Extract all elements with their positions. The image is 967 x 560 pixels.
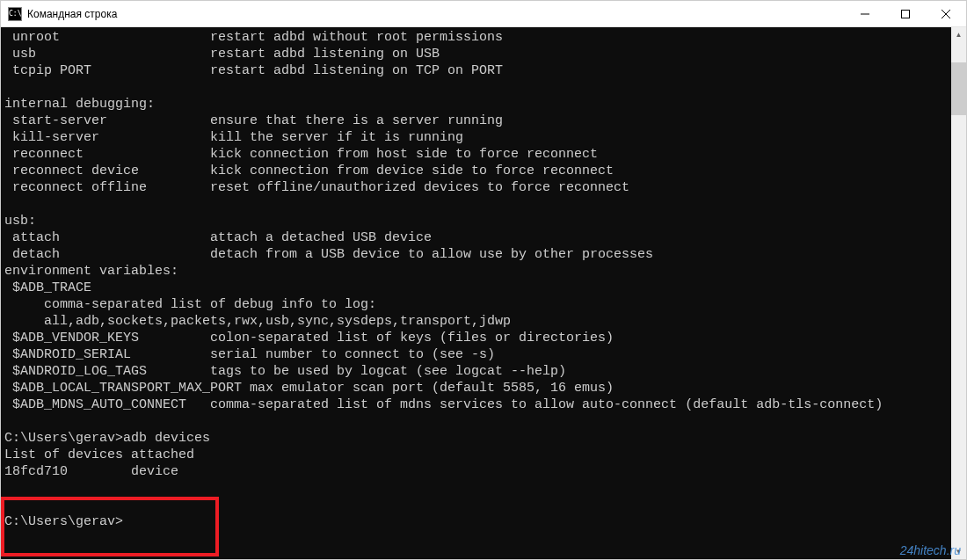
- close-button[interactable]: [926, 1, 966, 27]
- console-output: unroot restart adbd without root permiss…: [1, 27, 951, 559]
- minimize-button[interactable]: [845, 1, 885, 27]
- command-prompt-window: C:\ Командная строка unroot restart adbd…: [0, 0, 967, 560]
- window-title: Командная строка: [27, 8, 117, 20]
- vertical-scrollbar[interactable]: ▲ ▼: [951, 27, 966, 559]
- titlebar[interactable]: C:\ Командная строка: [1, 1, 966, 27]
- scroll-up-arrow-icon[interactable]: ▲: [951, 27, 966, 42]
- app-icon: C:\: [8, 7, 22, 21]
- maximize-button[interactable]: [885, 1, 926, 27]
- watermark-text: 24hitech.ru: [900, 543, 961, 557]
- prompt[interactable]: C:\Users\gerav>: [4, 514, 123, 529]
- console-area[interactable]: unroot restart adbd without root permiss…: [1, 27, 966, 559]
- svg-rect-1: [902, 10, 910, 18]
- scrollbar-thumb[interactable]: [951, 62, 966, 115]
